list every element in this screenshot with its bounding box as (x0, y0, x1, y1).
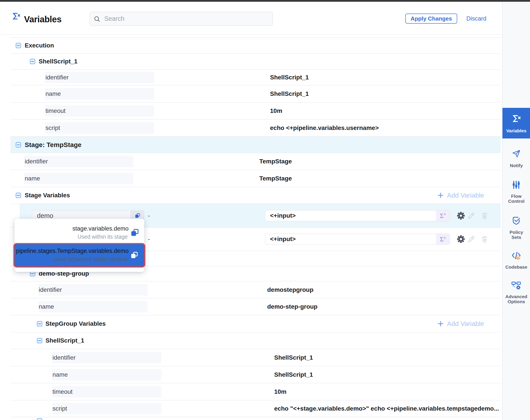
shield-check-icon (512, 216, 521, 225)
prop-row-sg-identifier: identifier demostepgroup (11, 281, 501, 298)
prop-row-sg-name: name demo-step-group (11, 298, 501, 315)
collapse-minus-icon[interactable] (37, 338, 42, 343)
prop-value: demo-step-group (267, 303, 317, 310)
prop-value: 10m (270, 107, 282, 114)
label-field-band (24, 173, 133, 184)
sidebar-item-flow-control[interactable]: Flow Control (502, 173, 530, 204)
tree-row-shellscript-1: ShellScript_1 (11, 54, 501, 70)
collapse-minus-icon[interactable] (30, 59, 35, 64)
label-field-band (38, 301, 147, 312)
variable-value-text: <+input> (265, 210, 436, 221)
prop-row-sg-shell-script: script echo "<+stage.variables.demo>" ec… (11, 400, 501, 417)
variable-type-dash: - (148, 212, 150, 219)
variable-edit-pencil-icon[interactable] (468, 212, 475, 219)
sidebar-item-notify[interactable]: Notify (502, 142, 530, 168)
section-label: Execution (25, 42, 54, 49)
variable-delete-trash-icon[interactable] (481, 212, 488, 219)
prop-row-sg-shell-timeout: timeout 10m (11, 383, 501, 400)
prop-label: name (52, 371, 68, 378)
collapse-minus-icon-partial[interactable] (37, 418, 42, 420)
variable-value-field[interactable]: <+input> Σx (265, 234, 450, 245)
runtime-input-sigma-icon[interactable]: Σx (436, 210, 450, 221)
prop-label: identifier (39, 286, 62, 293)
paper-plane-icon (512, 150, 521, 158)
popup-option-stage-scope[interactable]: stage.variables.demo Used within its sta… (15, 221, 144, 244)
variables-sigma-icon (12, 12, 20, 21)
prop-label: identifier (25, 158, 48, 165)
label-field-band (45, 122, 154, 134)
label-field-band (52, 403, 161, 414)
variable-settings-gear-icon[interactable] (457, 212, 465, 220)
copy-icon[interactable] (130, 228, 139, 237)
prop-row-stage-identifier: identifier TempStage (11, 153, 501, 170)
variable-value-field[interactable]: <+input> Σx (265, 210, 450, 221)
popup-option-note: Used within its stage (78, 234, 128, 240)
prop-label: name (45, 90, 61, 97)
section-label: ShellScript_1 (39, 58, 77, 65)
popup-option-note: Used anywhere within pipeline (54, 256, 128, 263)
discard-button[interactable]: Discard (466, 15, 486, 22)
sidebar-item-label: Flow Control (502, 194, 530, 204)
sidebar-item-label: Variables (502, 128, 530, 134)
tree-row-stage-tempstage: Stage: TempStage (11, 137, 501, 153)
variable-settings-gear-icon[interactable] (457, 235, 465, 243)
collapse-minus-icon[interactable] (16, 193, 21, 198)
prop-value: ShellScript_1 (270, 74, 309, 81)
variable-value-text: <+input> (265, 234, 436, 244)
prop-value: 10m (274, 388, 286, 395)
prop-label: identifier (52, 354, 76, 361)
section-label: ShellScript_1 (45, 337, 84, 344)
tree-row-stage-variables: Stage Variables Add Variable (11, 187, 501, 204)
prop-value: ShellScript_1 (270, 90, 309, 97)
prop-label: name (39, 303, 54, 310)
sidebar-item-label: Advanced Options (502, 294, 530, 304)
section-label: StepGroup Variables (45, 320, 106, 327)
plus-icon (437, 320, 444, 327)
prop-label: timeout (52, 388, 73, 395)
collapse-minus-icon[interactable] (16, 142, 21, 148)
section-label: Stage Variables (25, 192, 70, 199)
sidebar-item-policy-sets[interactable]: Policy Sets (502, 209, 530, 240)
prop-row-timeout: timeout 10m (11, 103, 501, 120)
add-variable-button[interactable]: Add Variable (437, 192, 484, 199)
variable-delete-trash-icon[interactable] (481, 235, 488, 243)
prop-value: echo <+pipeline.variables.username> (270, 124, 379, 132)
prop-row-sg-shell-identifier: identifier ShellScript_1 (11, 349, 501, 366)
search-box (90, 12, 273, 26)
prop-label: name (25, 175, 40, 182)
right-sidebar: Variables Notify Flow Control Policy Set… (502, 2, 530, 420)
variable-type-dash: - (148, 236, 150, 243)
collapse-minus-icon[interactable] (16, 43, 21, 48)
tree-row-sg-shellscript-1: ShellScript_1 (11, 332, 501, 349)
prop-value: ShellScript_1 (274, 371, 313, 378)
sigma-x-icon (512, 114, 521, 123)
variables-table: Execution ShellScript_1 identifier Shell… (0, 35, 502, 420)
prop-label: script (52, 405, 67, 412)
sidebar-item-label: Codebase (502, 265, 530, 270)
collapse-minus-icon[interactable] (37, 321, 42, 326)
label-field-band (52, 369, 161, 380)
copy-icon[interactable] (130, 251, 138, 259)
sidebar-item-label: Notify (502, 163, 530, 168)
sidebar-item-advanced-options[interactable]: Advanced Options (502, 274, 530, 305)
tree-row-stepgroup-variables: StepGroup Variables Add Variable (11, 315, 501, 332)
prop-row-stage-name: name TempStage (11, 170, 501, 187)
variable-edit-pencil-icon[interactable] (468, 235, 475, 243)
add-variable-button[interactable]: Add Variable (437, 320, 484, 328)
section-label: Stage: TempStage (25, 141, 82, 149)
sidebar-item-variables[interactable]: Variables (502, 108, 530, 138)
runtime-input-sigma-icon[interactable]: Σx (436, 234, 450, 244)
prop-row-script: script echo <+pipeline.variables.usernam… (11, 120, 501, 137)
apply-changes-button[interactable]: Apply Changes (405, 14, 457, 24)
panel-header: Variables Apply Changes Discard (0, 2, 502, 35)
tree-row-execution: Execution (11, 38, 501, 54)
popup-option-pipeline-scope-selected[interactable]: pipeline.stages.TempStage.variables.demo… (15, 244, 144, 267)
prop-value: demostepgroup (267, 286, 313, 293)
plus-icon (437, 192, 444, 199)
page-title: Variables (24, 15, 61, 24)
search-input[interactable] (104, 12, 268, 25)
popup-option-path: pipeline.stages.TempStage.variables.demo (16, 248, 129, 255)
prop-row-sg-shell-name: name ShellScript_1 (11, 366, 501, 383)
sidebar-item-codebase[interactable]: Codebase (502, 245, 530, 271)
prop-label: timeout (45, 107, 66, 114)
